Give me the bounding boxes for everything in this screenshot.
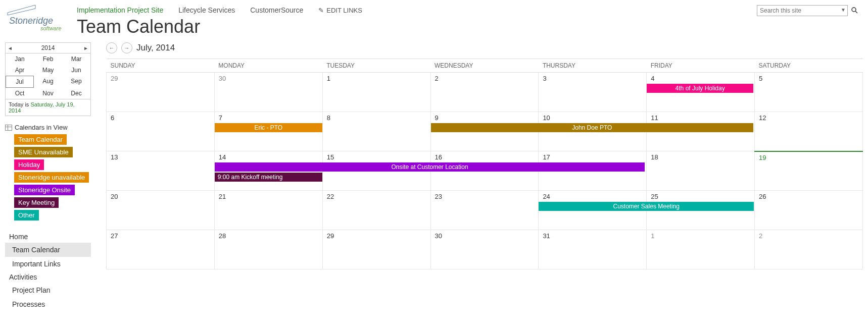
nav-team-calendar[interactable]: Team Calendar	[5, 243, 91, 257]
day-number: 19	[755, 152, 862, 163]
year-prev-icon[interactable]: ◄	[8, 45, 13, 51]
event-holiday[interactable]: 4th of July Holiday	[647, 84, 753, 93]
day-number: 12	[755, 112, 862, 124]
legend-other[interactable]: Other	[14, 210, 39, 220]
search-dropdown-icon[interactable]: ▼	[841, 7, 846, 13]
calendar-cell[interactable]: 2	[755, 230, 863, 269]
calendar-cell[interactable]: 28	[214, 230, 322, 269]
event-john-pto[interactable]: John Doe PTO	[431, 123, 754, 132]
calendar-cell[interactable]: 26	[755, 191, 863, 230]
mini-cal-month[interactable]: Feb	[34, 53, 62, 65]
mini-cal-year[interactable]: 2014	[13, 44, 83, 51]
calendar-cell[interactable]: 22	[322, 191, 430, 230]
calendar-cell[interactable]: 18	[647, 151, 755, 191]
calendar-cell[interactable]: 44th of July Holiday	[647, 73, 755, 112]
legend-key-meeting[interactable]: Key Meeting	[14, 197, 59, 208]
legend-stoneridge-unavailable[interactable]: Stoneridge unavailable	[14, 172, 89, 183]
calendar-cell[interactable]: 20	[107, 191, 215, 230]
calendars-in-view-header: Calendars in View	[5, 124, 91, 131]
nav-project-plan[interactable]: Project Plan	[5, 283, 91, 297]
calendar-cell[interactable]: 13	[107, 151, 215, 191]
calendar-cell[interactable]: 1	[322, 73, 430, 112]
calendar-cell[interactable]: 3	[539, 73, 647, 112]
mini-cal-month[interactable]: Apr	[6, 65, 34, 76]
calendar-cell[interactable]: 23	[430, 191, 539, 230]
mini-cal-today[interactable]: Today is Saturday, July 19, 2014	[6, 99, 90, 116]
day-number: 13	[107, 151, 214, 163]
day-number: 8	[323, 112, 430, 124]
search-icon[interactable]	[851, 7, 858, 15]
edit-links[interactable]: ✎ EDIT LINKS	[318, 7, 362, 14]
day-number: 21	[215, 191, 322, 202]
month-next-button[interactable]: →	[121, 42, 132, 53]
day-number: 30	[215, 73, 322, 84]
day-number: 29	[107, 73, 214, 84]
nav-processes[interactable]: Processes	[5, 297, 91, 311]
search-input[interactable]	[757, 5, 848, 16]
mini-cal-month[interactable]: Aug	[34, 76, 62, 88]
day-number: 1	[647, 230, 754, 242]
legend-stoneridge-onsite[interactable]: Stoneridge Onsite	[14, 185, 75, 195]
legend-team-calendar[interactable]: Team Calendar	[14, 134, 67, 145]
calendar-cell[interactable]: 29	[322, 230, 430, 269]
nav-home[interactable]: Home	[5, 231, 91, 243]
mini-cal-month[interactable]: Nov	[34, 88, 62, 99]
day-number: 4	[647, 73, 754, 84]
calendar-cell[interactable]: 27	[107, 230, 215, 269]
event-customer-sales[interactable]: Customer Sales Meeting	[539, 202, 754, 211]
day-number: 9	[431, 112, 539, 124]
calendar-cell[interactable]: 30	[214, 73, 322, 112]
legend-holiday[interactable]: Holiday	[14, 159, 44, 170]
mini-cal-month[interactable]: Jan	[6, 53, 34, 65]
mini-cal-month[interactable]: Jul	[6, 76, 34, 88]
calendar-cell[interactable]: 8	[322, 112, 430, 151]
calendar-cell[interactable]: 12	[755, 112, 863, 151]
calendar-grid: SUNDAYMONDAYTUESDAYWEDNESDAYTHURSDAYFRID…	[106, 59, 863, 269]
mini-cal-month[interactable]: May	[34, 65, 62, 76]
day-number: 31	[539, 230, 646, 242]
nav-implementation[interactable]: Implementation Project Site	[77, 6, 163, 14]
nav-activities[interactable]: Activities	[5, 271, 91, 283]
calendar-cell[interactable]: 29	[107, 73, 215, 112]
legend-sme-unavailable[interactable]: SME Unavailable	[14, 147, 73, 157]
day-header: THURSDAY	[539, 59, 647, 73]
day-number: 24	[539, 191, 646, 202]
mini-cal-month[interactable]: Oct	[6, 88, 34, 99]
mini-cal-month[interactable]: Dec	[62, 88, 90, 99]
day-header: WEDNESDAY	[430, 59, 539, 73]
calendar-cell[interactable]: 5	[755, 73, 863, 112]
calendar-cell[interactable]: 19	[755, 151, 863, 191]
calendar-cell[interactable]: 2	[430, 73, 539, 112]
mini-cal-month[interactable]: Jun	[62, 65, 90, 76]
month-prev-button[interactable]: ←	[106, 42, 117, 53]
calendar-cell[interactable]: 14Onsite at Customer Location9:00 am Kic…	[214, 151, 322, 191]
nav-lifecycle[interactable]: Lifecycle Services	[178, 6, 235, 14]
calendar-cell[interactable]: 24Customer Sales Meeting	[539, 191, 647, 230]
nav-customersource[interactable]: CustomerSource	[250, 6, 303, 14]
year-next-icon[interactable]: ►	[83, 45, 88, 51]
calendar-cell[interactable]: 31	[539, 230, 647, 269]
top-nav: Implementation Project Site Lifecycle Se…	[71, 0, 863, 14]
calendar-cell[interactable]: 9John Doe PTO	[430, 112, 539, 151]
calendar-cell[interactable]: 7Eric - PTO	[214, 112, 322, 151]
svg-text:software: software	[40, 25, 62, 31]
mini-cal-month[interactable]: Mar	[62, 53, 90, 65]
calendar-cell[interactable]: 21	[214, 191, 322, 230]
event-eric-pto[interactable]: Eric - PTO	[215, 123, 322, 132]
calendar-cell[interactable]: 30	[430, 230, 539, 269]
day-number: 25	[647, 191, 754, 202]
day-number: 16	[431, 151, 539, 163]
mini-cal-month[interactable]: Sep	[62, 76, 90, 88]
event-kickoff[interactable]: 9:00 am Kickoff meeting	[215, 173, 322, 182]
day-header: SUNDAY	[107, 59, 215, 73]
month-label: July, 2014	[136, 43, 175, 53]
event-onsite[interactable]: Onsite at Customer Location	[215, 162, 645, 172]
calendar-grid-icon	[5, 125, 12, 131]
day-number: 18	[647, 151, 754, 163]
nav-important-links[interactable]: Important Links	[5, 257, 91, 271]
day-number: 7	[215, 112, 322, 124]
day-number: 2	[431, 73, 539, 84]
day-number: 10	[539, 112, 646, 124]
calendar-cell[interactable]: 1	[647, 230, 755, 269]
calendar-cell[interactable]: 6	[107, 112, 215, 151]
